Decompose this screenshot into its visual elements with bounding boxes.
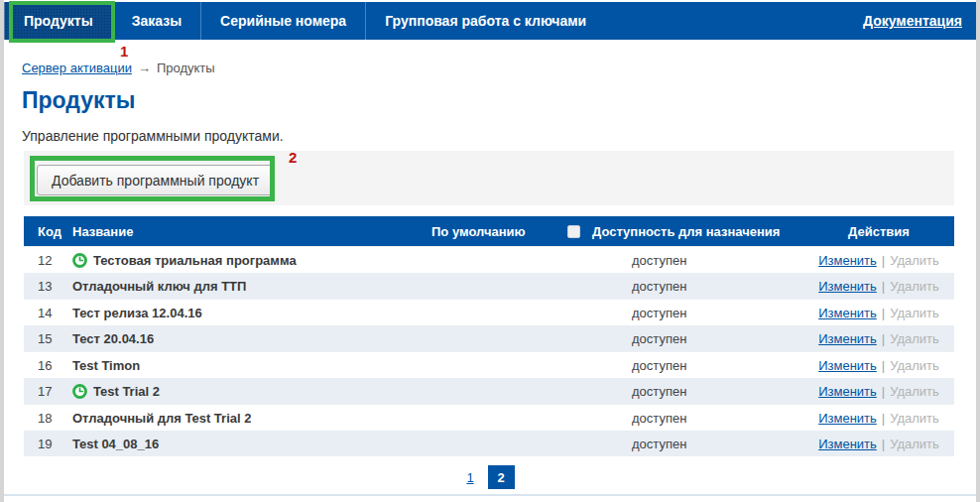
row-product-name: Test 04_08_16 [72, 437, 159, 451]
header-default: По умолчанию [427, 224, 555, 239]
delete-link[interactable]: Удалить [890, 411, 939, 426]
breadcrumb-current: Продукты [157, 61, 215, 75]
edit-link[interactable]: Изменить [818, 253, 877, 268]
row-availability: доступен [555, 306, 803, 320]
row-code: 18 [24, 411, 69, 426]
row-product-name: Отладочный ключ для ТТП [72, 279, 246, 294]
row-availability: доступен [555, 331, 803, 346]
row-code: 12 [24, 253, 69, 268]
row-code: 13 [24, 279, 69, 294]
row-availability: доступен [555, 411, 803, 426]
nav-tab[interactable]: Продукты [4, 2, 112, 40]
availability-checkbox[interactable] [567, 225, 580, 238]
row-actions: Изменить|Удалить [803, 384, 954, 399]
row-product-name: Тестовая триальная программа [93, 253, 297, 268]
header-name: Название [69, 224, 427, 239]
actions-separator: | [882, 384, 885, 399]
row-actions: Изменить|Удалить [803, 411, 954, 426]
pagination-item[interactable]: 2 [488, 465, 515, 489]
footer-divider [4, 494, 976, 496]
row-actions: Изменить|Удалить [803, 331, 954, 346]
row-actions: Изменить|Удалить [803, 358, 954, 373]
window-edge-right [976, 0, 980, 502]
nav-tab-label: Заказы [132, 13, 182, 29]
row-product-name: Test Timon [72, 358, 140, 373]
table-row: 16 Test Timon доступен Изменить| [24, 351, 954, 378]
nav-tab-label: Групповая работа с ключами [385, 13, 586, 29]
delete-link[interactable]: Удалить [890, 384, 939, 399]
pagination-label: 1 [466, 470, 473, 485]
row-code: 17 [24, 384, 69, 399]
actions-separator: | [882, 331, 885, 346]
products-table: Код Название По умолчанию Доступность дл… [24, 216, 954, 456]
row-name-cell: Тестовая триальная программа [69, 253, 427, 268]
edit-link[interactable]: Изменить [818, 437, 877, 451]
breadcrumb-arrow: → [138, 61, 151, 75]
trial-clock-icon [72, 384, 87, 399]
row-product-name: Тест 20.04.16 [72, 331, 154, 346]
delete-link[interactable]: Удалить [890, 306, 939, 320]
annotation-number-1: 1 [120, 43, 128, 60]
nav-tab-label: Продукты [24, 13, 93, 29]
actions-separator: | [882, 306, 885, 320]
delete-link[interactable]: Удалить [890, 331, 939, 346]
row-availability: доступен [555, 253, 803, 268]
actions-separator: | [882, 437, 885, 451]
edit-link[interactable]: Изменить [818, 331, 877, 346]
table-row: 19 Test 04_08_16 доступен Измени [24, 431, 954, 456]
edit-link[interactable]: Изменить [818, 411, 877, 426]
row-availability: доступен [555, 279, 803, 294]
table-header-row: Код Название По умолчанию Доступность дл… [24, 216, 954, 246]
edit-link[interactable]: Изменить [818, 279, 877, 294]
row-actions: Изменить|Удалить [803, 253, 954, 268]
row-actions: Изменить|Удалить [803, 279, 954, 294]
page-subtitle: Управление программными продуктами. [22, 128, 284, 144]
delete-link[interactable]: Удалить [890, 279, 939, 294]
row-code: 15 [24, 331, 69, 346]
row-name-cell: Отладочный для Test Trial 2 [69, 411, 427, 426]
table-row: 18 Отладочный для Test Trial 2 доступен [24, 404, 954, 431]
header-availability: Доступность для назначения [555, 222, 803, 241]
row-actions: Изменить|Удалить [803, 306, 954, 320]
delete-link[interactable]: Удалить [890, 253, 939, 268]
row-name-cell: Тест 20.04.16 [69, 331, 427, 346]
row-code: 14 [24, 306, 69, 320]
edit-link[interactable]: Изменить [818, 384, 877, 399]
nav-tab[interactable]: Заказы [112, 2, 200, 40]
row-name-cell: Отладочный ключ для ТТП [69, 279, 427, 294]
table-row: 12 Тестовая триальная программа доступен [24, 246, 954, 273]
row-code: 19 [24, 437, 69, 451]
pagination-item[interactable]: 1 [463, 470, 476, 485]
row-product-name: Тест релиза 12.04.16 [72, 306, 202, 320]
table-body: 12 Тестовая триальная программа доступен [24, 246, 954, 456]
table-row: 15 Тест 20.04.16 доступен Измени [24, 325, 954, 351]
activation-server-page: Продукты Заказы Серийные номера Группова… [0, 0, 980, 502]
row-name-cell: Test 04_08_16 [69, 437, 427, 451]
nav-tab[interactable]: Серийные номера [200, 2, 365, 40]
trial-clock-icon [72, 253, 87, 268]
header-code: Код [24, 224, 69, 239]
window-edge-left [0, 0, 4, 502]
add-product-button[interactable]: Добавить программный продукт [37, 165, 274, 195]
delete-link[interactable]: Удалить [890, 358, 939, 373]
documentation-link[interactable]: Документация [863, 2, 962, 40]
row-product-name: Отладочный для Test Trial 2 [72, 411, 251, 426]
pagination: 1 2 [24, 464, 954, 490]
table-row: 14 Тест релиза 12.04.16 доступен [24, 299, 954, 325]
header-actions: Действия [803, 224, 954, 239]
breadcrumb: Сервер активации→Продукты [22, 61, 215, 75]
breadcrumb-root-link[interactable]: Сервер активации [22, 61, 132, 75]
row-availability: доступен [555, 358, 803, 373]
row-actions: Изменить|Удалить [803, 437, 954, 451]
table-row: 13 Отладочный ключ для ТТП доступен [24, 273, 954, 299]
nav-tab-label: Серийные номера [220, 13, 346, 29]
delete-link[interactable]: Удалить [890, 437, 939, 451]
table-row: 17 Test Trial 2 доступен Изменит [24, 378, 954, 404]
row-product-name: Test Trial 2 [93, 384, 160, 399]
edit-link[interactable]: Изменить [818, 358, 877, 373]
edit-link[interactable]: Изменить [818, 306, 877, 320]
nav-tab[interactable]: Групповая работа с ключами [365, 2, 605, 40]
actions-separator: | [882, 411, 885, 426]
actions-separator: | [882, 279, 885, 294]
row-availability: доступен [555, 437, 803, 451]
